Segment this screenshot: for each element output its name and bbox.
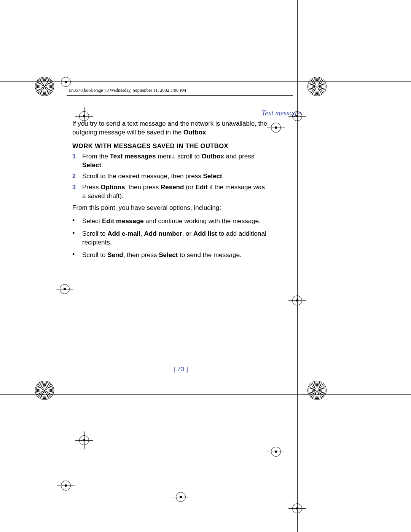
numbered-steps: 1From the Text messages menu, scroll to …: [72, 152, 270, 201]
step-number: 2: [72, 172, 82, 181]
step-number: 1: [72, 152, 82, 170]
registration-mark-icon: [175, 491, 186, 503]
registration-mark-icon: [60, 480, 72, 491]
after-steps-paragraph: From this point, you have several option…: [72, 204, 270, 212]
crop-ornament-circle-icon: [307, 381, 327, 400]
step-item: 1From the Text messages menu, scroll to …: [72, 152, 270, 170]
bullet-text: Select Edit message and continue working…: [82, 217, 270, 226]
step-text: Press Options, then press Resend (or Edi…: [82, 183, 270, 201]
page-number: [ 73 ]: [0, 366, 362, 373]
bullet-text: Scroll to Add e-mail, Add number, or Add…: [82, 230, 270, 247]
intro-post: .: [206, 129, 208, 136]
step-item: 3Press Options, then press Resend (or Ed…: [72, 183, 270, 201]
crop-line-right: [297, 0, 298, 532]
bullet-text: Scroll to Send, then press Select to sen…: [82, 251, 270, 260]
registration-mark-icon: [292, 295, 303, 306]
bullet-list: •Select Edit message and continue workin…: [72, 217, 270, 260]
crop-ornament-circle-icon: [35, 381, 54, 400]
intro-bold: Outbox: [183, 129, 206, 136]
registration-mark-icon: [59, 283, 70, 295]
book-header-line: En3570.book Page 73 Wednesday, September…: [68, 88, 186, 93]
crop-ornament-circle-icon: [307, 77, 327, 96]
crop-line-bottom: [0, 394, 411, 395]
registration-mark-icon: [270, 122, 282, 133]
step-text: Scroll to the desired message, then pres…: [82, 172, 270, 181]
step-text: From the Text messages menu, scroll to O…: [82, 152, 270, 170]
step-number: 3: [72, 183, 82, 201]
body-text: If you try to send a text message and th…: [72, 120, 270, 264]
step-item: 2Scroll to the desired message, then pre…: [72, 172, 270, 181]
registration-mark-icon: [78, 110, 90, 122]
intro-pre: If you try to send a text message and th…: [72, 120, 267, 136]
registration-mark-icon: [292, 503, 303, 514]
bullet-item: •Scroll to Send, then press Select to se…: [72, 251, 270, 260]
header-rule: [67, 95, 293, 96]
bullet-icon: •: [72, 217, 82, 226]
bullet-item: •Scroll to Add e-mail, Add number, or Ad…: [72, 230, 270, 247]
bullet-icon: •: [72, 230, 82, 247]
crop-ornament-circle-icon: [35, 77, 54, 96]
registration-mark-icon: [60, 76, 72, 88]
registration-mark-icon: [292, 110, 303, 122]
intro-paragraph: If you try to send a text message and th…: [72, 120, 270, 137]
bullet-icon: •: [72, 251, 82, 260]
bullet-item: •Select Edit message and continue workin…: [72, 217, 270, 226]
registration-mark-icon: [78, 435, 90, 446]
registration-mark-icon: [270, 446, 282, 457]
subheading: WORK WITH MESSAGES SAVED IN THE OUTBOX: [72, 142, 270, 150]
